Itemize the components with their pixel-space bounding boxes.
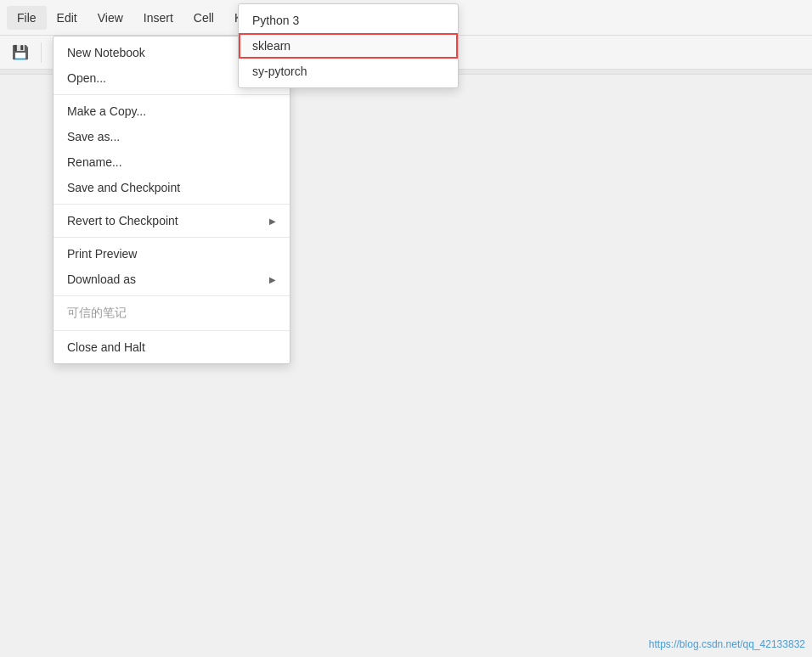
download-as-label: Download as bbox=[67, 272, 136, 286]
make-copy-label: Make a Copy... bbox=[67, 104, 146, 118]
menu-item-close-halt[interactable]: Close and Halt bbox=[54, 334, 290, 360]
open-label: Open... bbox=[67, 71, 106, 85]
menu-item-print-preview[interactable]: Print Preview bbox=[54, 241, 290, 267]
save-checkpoint-label: Save and Checkpoint bbox=[67, 181, 180, 194]
file-menu-section-3: Revert to Checkpoint ▶ bbox=[54, 205, 290, 238]
rename-label: Rename... bbox=[67, 155, 122, 169]
file-menu-section-2: Make a Copy... Save as... Rename... Save… bbox=[54, 95, 290, 205]
trusted-notes-label: 可信的笔记 bbox=[67, 306, 127, 321]
sklearn-label: sklearn bbox=[252, 39, 290, 53]
python3-label: Python 3 bbox=[252, 14, 299, 27]
menu-cell[interactable]: Cell bbox=[183, 6, 224, 30]
menu-insert[interactable]: Insert bbox=[133, 6, 183, 30]
file-menu-section-5: 可信的笔记 bbox=[54, 296, 290, 331]
submenu-item-sklearn[interactable]: sklearn bbox=[239, 33, 458, 59]
close-halt-label: Close and Halt bbox=[67, 340, 145, 354]
menu-item-rename[interactable]: Rename... bbox=[54, 149, 290, 175]
menu-item-make-copy[interactable]: Make a Copy... bbox=[54, 98, 290, 124]
new-notebook-label: New Notebook bbox=[67, 46, 145, 59]
save-as-label: Save as... bbox=[67, 130, 120, 143]
submenu-item-python3[interactable]: Python 3 bbox=[239, 8, 458, 33]
sy-pytorch-label: sy-pytorch bbox=[252, 65, 307, 78]
new-notebook-submenu: Python 3 sklearn sy-pytorch bbox=[238, 3, 459, 88]
menu-item-save-checkpoint[interactable]: Save and Checkpoint bbox=[54, 175, 290, 200]
divider-1 bbox=[41, 42, 42, 63]
menu-item-trusted-notes[interactable]: 可信的笔记 bbox=[54, 300, 290, 327]
revert-checkpoint-label: Revert to Checkpoint bbox=[67, 214, 178, 227]
download-as-arrow: ▶ bbox=[269, 275, 276, 284]
menu-edit[interactable]: Edit bbox=[47, 6, 87, 30]
menu-view[interactable]: View bbox=[87, 6, 133, 30]
menu-item-revert-checkpoint[interactable]: Revert to Checkpoint ▶ bbox=[54, 208, 290, 233]
menu-file[interactable]: File bbox=[7, 6, 47, 30]
menu-item-download-as[interactable]: Download as ▶ bbox=[54, 267, 290, 292]
revert-checkpoint-arrow: ▶ bbox=[269, 216, 276, 226]
save-button[interactable]: 💾 bbox=[7, 41, 34, 64]
watermark: https://blog.csdn.net/qq_42133832 bbox=[649, 638, 805, 650]
menu-item-save-as[interactable]: Save as... bbox=[54, 124, 290, 149]
file-menu-section-6: Close and Halt bbox=[54, 331, 290, 363]
file-menu-section-4: Print Preview Download as ▶ bbox=[54, 238, 290, 296]
submenu-item-sy-pytorch[interactable]: sy-pytorch bbox=[239, 59, 458, 84]
print-preview-label: Print Preview bbox=[67, 247, 137, 261]
